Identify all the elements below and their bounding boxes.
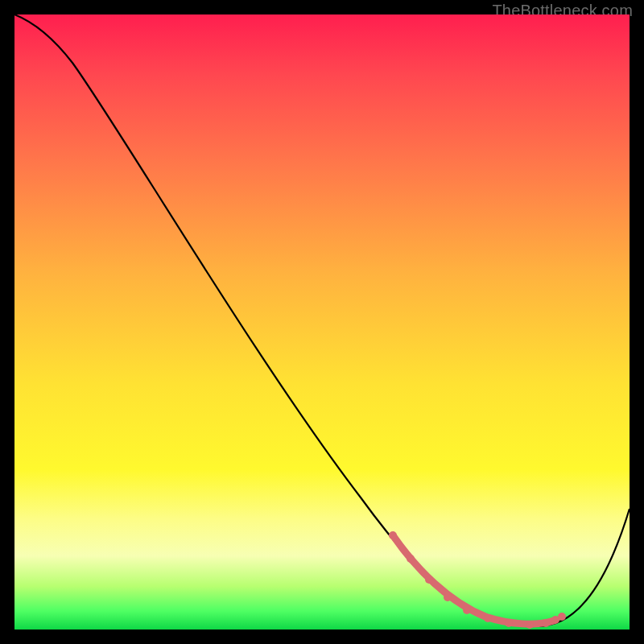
bottleneck-curve (14, 14, 630, 626)
plot-area (14, 14, 630, 630)
valley-marker-group (393, 535, 554, 624)
svg-point-10 (558, 613, 566, 621)
svg-point-5 (484, 614, 492, 622)
svg-point-3 (444, 593, 452, 601)
svg-point-6 (505, 619, 513, 627)
svg-point-0 (389, 531, 397, 539)
svg-point-8 (542, 619, 550, 627)
svg-point-4 (463, 606, 471, 614)
curve-layer (14, 14, 630, 630)
svg-point-1 (407, 555, 415, 563)
svg-point-7 (526, 621, 534, 629)
svg-point-2 (425, 576, 433, 584)
chart-stage: TheBottleneck.com (0, 0, 644, 644)
